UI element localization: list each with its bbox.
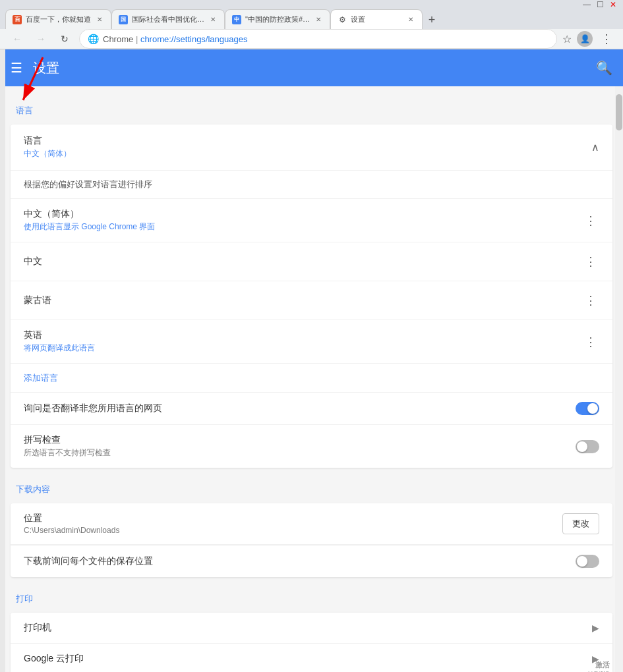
url-separator: | <box>136 34 140 44</box>
download-location-text: 位置 C:\Users\admin\Downloads <box>24 513 119 535</box>
tab-1-close[interactable]: ✕ <box>95 15 104 24</box>
scrollbar-thumb[interactable] <box>616 94 622 130</box>
download-location-path: C:\Users\admin\Downloads <box>24 526 119 535</box>
tab-1-title: 百度一下，你就知道 <box>26 14 91 24</box>
spellcheck-toggle-row: 拼写检查 所选语言不支持拼写检查 <box>11 424 612 468</box>
secure-icon: 🌐 <box>88 34 99 44</box>
tab-4-close[interactable]: ✕ <box>406 15 415 24</box>
tab-4-title: 设置 <box>351 14 402 24</box>
language-item-3-name: 蒙古语 <box>24 294 51 306</box>
tab-2[interactable]: 国 国际社会看中国优化… ✕ <box>111 9 225 29</box>
printer-row[interactable]: 打印机 ▶ <box>11 613 612 644</box>
language-item-1-text: 中文（简体） 使用此语言显示 Google Chrome 界面 <box>24 208 155 233</box>
language-card-title: 语言 <box>24 135 71 147</box>
url-text: Chrome | chrome://settings/languages <box>103 34 549 44</box>
language-sort-hint: 根据您的偏好设置对语言进行排序 <box>11 171 612 199</box>
minimize-button[interactable]: — <box>582 0 591 9</box>
settings-header: ☰ 设置 🔍 <box>0 49 623 86</box>
language-item-4-text: 英语 将网页翻译成此语言 <box>24 329 95 354</box>
cloud-print-chevron-icon: ▶ <box>592 654 599 664</box>
settings-content: 语言 语言 中文（简体） ∧ 根据您的偏好设置对语言进行排序 中文（简体） <box>0 86 623 672</box>
search-button[interactable]: 🔍 <box>596 60 612 76</box>
translate-toggle[interactable] <box>576 402 599 415</box>
tab-2-title: 国际社会看中国优化… <box>132 14 204 24</box>
language-item-4: 英语 将网页翻译成此语言 ⋮ <box>11 320 612 364</box>
language-item-3: 蒙古语 ⋮ <box>11 281 612 320</box>
tab-3-close[interactable]: ✕ <box>314 15 323 24</box>
language-card: 语言 中文（简体） ∧ 根据您的偏好设置对语言进行排序 中文（简体） 使用此语言… <box>11 125 612 468</box>
close-button[interactable]: ✕ <box>608 0 618 9</box>
download-ask-row: 下载前询问每个文件的保存位置 <box>11 545 612 577</box>
translate-toggle-label: 询问是否翻译非您所用语言的网页 <box>24 403 162 414</box>
settings-page-title: 设置 <box>33 59 59 77</box>
language-item-1: 中文（简体） 使用此语言显示 Google Chrome 界面 ⋮ <box>11 199 612 242</box>
bookmark-button[interactable]: ☆ <box>562 33 572 45</box>
language-item-3-text: 蒙古语 <box>24 294 51 306</box>
title-bar: — ☐ ✕ <box>0 0 623 9</box>
spellcheck-toggle-text: 拼写检查 所选语言不支持拼写检查 <box>24 434 111 459</box>
download-card: 位置 C:\Users\admin\Downloads 更改 下载前询问每个文件… <box>11 503 612 577</box>
forward-button[interactable]: → <box>32 30 50 48</box>
language-card-header: 语言 中文（简体） ∧ <box>11 125 612 171</box>
language-section-label: 语言 <box>0 99 623 122</box>
tab-3-favicon: 中 <box>232 15 241 24</box>
chrome-menu-button[interactable]: ⋮ <box>598 29 615 49</box>
add-language-container: 添加语言 <box>11 364 612 392</box>
language-item-2-text: 中文 <box>24 256 42 267</box>
language-item-2-more-button[interactable]: ⋮ <box>582 252 599 271</box>
download-location-label: 位置 <box>24 513 119 524</box>
language-item-1-note: 使用此语言显示 Google Chrome 界面 <box>24 221 155 233</box>
maximize-button[interactable]: ☐ <box>595 0 605 9</box>
spellcheck-toggle[interactable] <box>576 440 599 453</box>
reload-button[interactable]: ↻ <box>55 30 74 48</box>
language-item-4-note: 将网页翻译成此语言 <box>24 343 95 354</box>
tab-1[interactable]: 百 百度一下，你就知道 ✕ <box>5 9 111 29</box>
add-language-button[interactable]: 添加语言 <box>24 373 58 383</box>
download-ask-toggle[interactable] <box>576 555 599 568</box>
download-section-label: 下载内容 <box>0 478 623 501</box>
translate-toggle-row: 询问是否翻译非您所用语言的网页 <box>11 392 612 424</box>
language-item-2: 中文 ⋮ <box>11 242 612 281</box>
url-path: chrome://settings/languages <box>140 34 248 44</box>
back-button[interactable]: ← <box>8 30 26 48</box>
spellcheck-toggle-label: 拼写检查 <box>24 434 111 446</box>
download-location-row: 位置 C:\Users\admin\Downloads 更改 <box>11 503 612 545</box>
cloud-print-row[interactable]: Google 云打印 ▶ <box>11 644 612 672</box>
tab-1-favicon: 百 <box>13 15 22 24</box>
window-controls: — ☐ ✕ <box>582 0 618 9</box>
tabs-bar: 百 百度一下，你就知道 ✕ 国 国际社会看中国优化… ✕ 中 "中国的防控政策#… <box>0 9 623 29</box>
language-item-4-name: 英语 <box>24 329 95 341</box>
tab-2-close[interactable]: ✕ <box>208 15 218 24</box>
url-protocol: Chrome <box>103 34 133 44</box>
print-card: 打印机 ▶ Google 云打印 ▶ <box>11 613 612 672</box>
new-tab-button[interactable]: + <box>423 11 441 29</box>
change-location-button[interactable]: 更改 <box>562 513 599 534</box>
language-item-1-name: 中文（简体） <box>24 208 155 220</box>
printer-chevron-icon: ▶ <box>592 623 599 633</box>
tab-2-favicon: 国 <box>119 15 128 24</box>
scrollbar-track[interactable] <box>615 86 623 672</box>
language-item-2-name: 中文 <box>24 256 42 267</box>
address-bar: ← → ↻ 🌐 Chrome | chrome://settings/langu… <box>0 29 623 49</box>
printer-label: 打印机 <box>24 622 51 634</box>
tab-3-title: "中国的防控政策#… <box>245 14 310 24</box>
tab-4-favicon: ⚙ <box>338 15 347 24</box>
avatar-button[interactable]: 👤 <box>577 31 593 47</box>
cloud-print-label: Google 云打印 <box>24 653 84 665</box>
language-item-1-more-button[interactable]: ⋮ <box>582 211 599 231</box>
tab-3[interactable]: 中 "中国的防控政策#… ✕ <box>225 9 330 29</box>
language-item-4-more-button[interactable]: ⋮ <box>582 332 599 352</box>
print-section-label: 打印 <box>0 588 623 610</box>
url-bar[interactable]: 🌐 Chrome | chrome://settings/languages <box>79 29 557 49</box>
hamburger-menu-button[interactable]: ☰ <box>11 60 22 76</box>
left-strip <box>0 49 5 672</box>
language-card-collapse-button[interactable]: ∧ <box>591 141 599 154</box>
language-card-subtitle: 中文（简体） <box>24 148 71 159</box>
language-card-header-text: 语言 中文（简体） <box>24 135 71 159</box>
tab-settings[interactable]: ⚙ 设置 ✕ <box>330 9 423 29</box>
settings-wrapper: ☰ 设置 🔍 语言 语言 中文（简体） ∧ 根据您的偏好设置对语言进行排序 <box>0 49 623 672</box>
download-ask-label: 下载前询问每个文件的保存位置 <box>24 555 153 567</box>
language-item-3-more-button[interactable]: ⋮ <box>582 291 599 310</box>
spellcheck-toggle-sublabel: 所选语言不支持拼写检查 <box>24 447 111 459</box>
